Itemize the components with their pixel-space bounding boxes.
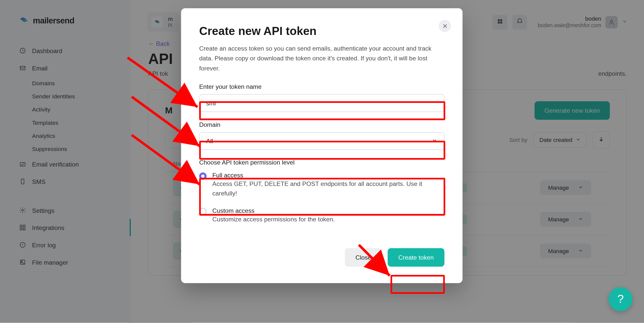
create-token-button[interactable]: Create token	[388, 248, 445, 267]
permission-label: Choose API token permission level	[199, 159, 445, 166]
domain-label: Domain	[199, 121, 445, 128]
radio-full-access[interactable]: Full access Access GET, PUT, DELETE and …	[199, 170, 445, 206]
radio-title: Full access	[212, 172, 445, 179]
radio-selected-icon	[199, 172, 207, 180]
radio-description: Access GET, PUT, DELETE and POST endpoin…	[212, 179, 445, 198]
modal-close-button[interactable]: ✕	[439, 20, 451, 32]
radio-title: Custom access	[212, 207, 335, 214]
close-button[interactable]: Close	[345, 248, 382, 267]
token-name-input[interactable]	[199, 94, 445, 112]
modal-title: Create new API token	[199, 25, 445, 38]
domain-select-value: All	[206, 137, 213, 144]
chevron-down-icon	[432, 137, 437, 144]
domain-select[interactable]: All	[199, 132, 445, 150]
help-button[interactable]: ?	[609, 287, 632, 311]
close-icon: ✕	[442, 22, 448, 30]
radio-unselected-icon	[199, 208, 207, 215]
token-name-label: Enter your token name	[199, 83, 445, 90]
radio-description: Customize access permissions for the tok…	[212, 215, 335, 224]
radio-custom-access[interactable]: Custom access Customize access permissio…	[199, 205, 445, 231]
modal-description: Create an access token so you can send e…	[199, 44, 445, 73]
create-token-modal: ✕ Create new API token Create an access …	[181, 8, 463, 283]
